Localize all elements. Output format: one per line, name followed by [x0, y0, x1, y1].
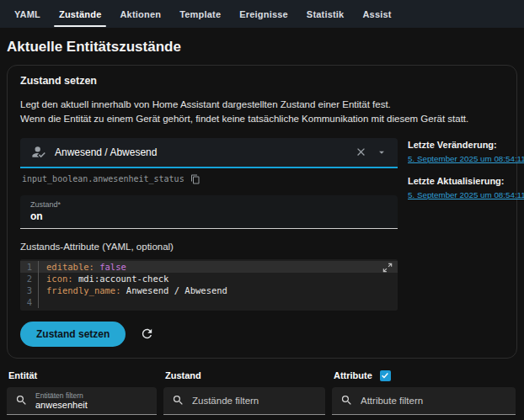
- line-number: 1: [20, 261, 39, 273]
- tab-template[interactable]: Template: [170, 0, 230, 28]
- last-updated-label: Letzte Aktualisierung:: [408, 176, 504, 186]
- set-state-button[interactable]: Zustand setzen: [20, 322, 126, 347]
- search-icon: [15, 394, 28, 407]
- chevron-down-icon[interactable]: [376, 146, 388, 158]
- last-changed-label: Letzte Veränderung:: [408, 140, 504, 150]
- attributes-cell: editable: false icon: mdi:account-check …: [332, 415, 516, 420]
- search-icon: [340, 394, 353, 407]
- clear-entity-icon[interactable]: [355, 146, 367, 158]
- attributes-section-label: Zustands-Attribute (YAML, optional): [20, 242, 398, 252]
- set-state-card: Zustand setzen Legt den aktuell innerhal…: [7, 65, 517, 359]
- yaml-editor-line: 1 editable: false: [20, 261, 398, 273]
- tab-statistik[interactable]: Statistik: [297, 0, 354, 28]
- entity-filter-label: Entitäten filtern: [35, 391, 148, 400]
- column-header-state: Zustand: [163, 363, 325, 387]
- entity-picker-value: Anwesend / Abwesend: [55, 146, 346, 158]
- card-description-line2: Wenn die Entität zu einem Gerät gehört, …: [20, 112, 504, 126]
- attribute-filter-input[interactable]: [361, 396, 507, 406]
- column-header-attributes: Attribute: [332, 363, 516, 387]
- entity-picker[interactable]: Anwesend / Abwesend: [20, 138, 398, 168]
- entity-filter-box[interactable]: Entitäten filtern: [7, 387, 157, 415]
- state-field-label: Zustand*: [30, 200, 388, 209]
- tab-ereignisse[interactable]: Ereignisse: [230, 0, 297, 28]
- card-description-line1: Legt den aktuell innerhalb von Home Assi…: [20, 98, 504, 112]
- last-updated-link[interactable]: 5. September 2025 um 08:54:11: [408, 190, 504, 199]
- state-filter-input[interactable]: [192, 396, 317, 406]
- state-filter-box[interactable]: [163, 387, 325, 415]
- state-field[interactable]: Zustand*: [20, 195, 398, 229]
- line-number: 4: [20, 296, 39, 308]
- account-check-icon: [30, 144, 46, 160]
- tab-aktionen[interactable]: Aktionen: [110, 0, 170, 28]
- card-title: Zustand setzen: [20, 75, 504, 87]
- line-number: 3: [20, 284, 39, 296]
- tab-yaml[interactable]: YAML: [5, 0, 50, 28]
- page-title: Aktuelle Entitätszustände: [7, 39, 517, 56]
- entity-id-text: input_boolean.anwesenheit_status: [22, 174, 184, 183]
- entity-filter-input[interactable]: [35, 400, 148, 410]
- yaml-editor[interactable]: 1 editable: false 2 icon: mdi:account-ch…: [20, 259, 398, 311]
- yaml-editor-line: 4: [20, 296, 398, 308]
- expand-editor-icon[interactable]: [382, 262, 393, 274]
- entity-states-table: Entität Zustand Attribute Entitäten filt…: [0, 363, 524, 420]
- last-changed-link[interactable]: 5. September 2025 um 08:54:11: [408, 154, 504, 163]
- copy-entity-id-icon[interactable]: [190, 174, 201, 184]
- attributes-checkbox[interactable]: [380, 370, 391, 381]
- line-number: 2: [20, 273, 39, 284]
- search-icon: [172, 394, 184, 407]
- tab-zustaende[interactable]: Zustände: [50, 0, 111, 28]
- yaml-editor-line: 2 icon: mdi:account-check: [20, 273, 398, 284]
- refresh-icon[interactable]: [140, 327, 154, 341]
- yaml-editor-line: 3 friendly_name: Anwesend / Abwesend: [20, 284, 398, 296]
- tab-assist[interactable]: Assist: [353, 0, 400, 28]
- entity-cell: input_boolean.anwesenheit_status Anwesen…: [7, 415, 157, 420]
- state-input[interactable]: [30, 210, 388, 222]
- column-header-entity: Entität: [7, 363, 157, 387]
- state-cell: on: [163, 415, 325, 420]
- attribute-filter-box[interactable]: [332, 387, 516, 415]
- dev-tools-tab-bar: YAML Zustände Aktionen Template Ereignis…: [0, 0, 524, 28]
